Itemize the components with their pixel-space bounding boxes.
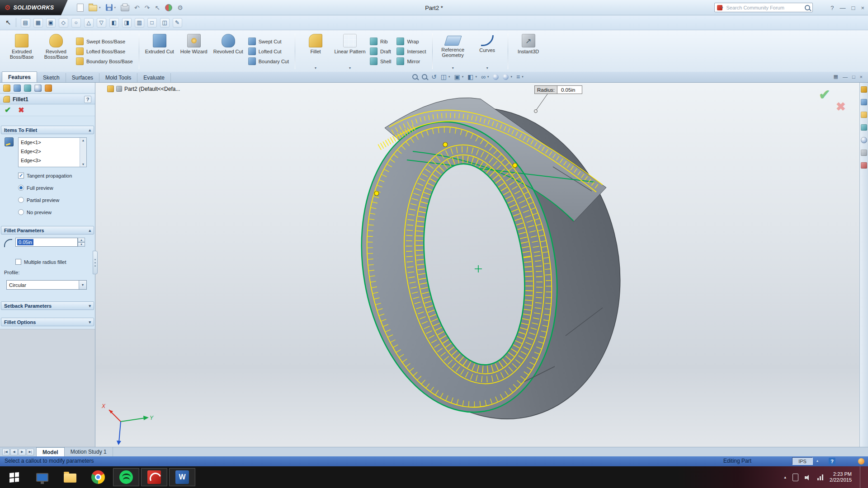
instant3d-button[interactable]: ↗ Instant3D xyxy=(512,32,545,71)
list-item[interactable]: Edge<2> xyxy=(19,147,86,156)
tab-model[interactable]: Model xyxy=(36,447,65,456)
view-tool-icon-8[interactable]: ◧ xyxy=(109,18,119,28)
list-item[interactable]: Edge<3> xyxy=(19,156,86,165)
taskbar-clock[interactable]: 2:23 PM 2/22/2015 xyxy=(830,471,852,483)
radio-icon[interactable] xyxy=(18,209,24,215)
maximize-icon[interactable]: □ xyxy=(852,5,855,11)
revolved-boss-base-button[interactable]: Revolved Boss/Base xyxy=(39,32,73,71)
scroll-up-icon[interactable]: ▲ xyxy=(82,139,85,142)
edge-list[interactable]: Edge<1> Edge<2> Edge<3> ▲ ▼ xyxy=(18,137,87,167)
redo-icon[interactable]: ↷ xyxy=(145,5,150,11)
scroll-down-icon[interactable]: ▼ xyxy=(82,163,85,166)
view-settings-dropdown-icon[interactable]: ▾ xyxy=(522,75,524,79)
tab-prev-icon[interactable]: ◀ xyxy=(10,449,18,455)
open-dropdown-icon[interactable]: ▾ xyxy=(99,6,101,9)
radius-input[interactable]: 0.05in xyxy=(15,238,78,247)
custom-properties-icon[interactable] xyxy=(861,150,867,156)
start-button[interactable] xyxy=(0,466,28,488)
cancel-button[interactable]: ✖ xyxy=(18,106,24,114)
feature-manager-tab-icon[interactable] xyxy=(3,84,10,92)
view-tool-icon-2[interactable]: ▦ xyxy=(33,18,43,28)
checkbox-checked-icon[interactable]: ✓ xyxy=(18,173,24,178)
section-view-icon[interactable]: ◫ xyxy=(441,73,447,80)
configuration-manager-tab-icon[interactable] xyxy=(24,84,31,92)
reference-geometry-button[interactable]: Reference Geometry ▾ xyxy=(436,32,470,71)
display-style-icon[interactable]: ◧ xyxy=(467,73,473,80)
tab-sketch[interactable]: Sketch xyxy=(37,73,66,82)
confirm-cancel-icon[interactable]: ✖ xyxy=(836,100,846,114)
dimxpert-manager-tab-icon[interactable] xyxy=(45,84,52,92)
open-icon[interactable] xyxy=(89,5,97,11)
expand-tree-icon[interactable] xyxy=(116,86,122,92)
units-dropdown-icon[interactable]: ▴ xyxy=(816,459,818,463)
volume-icon[interactable] xyxy=(805,474,811,480)
radius-value[interactable]: 0.05in xyxy=(17,239,33,245)
rib-button[interactable]: Rib xyxy=(370,38,391,45)
fillet-options-section-header[interactable]: Fillet Options ▾ xyxy=(1,318,94,326)
view-tool-icon-6[interactable]: △ xyxy=(84,18,94,28)
apply-scene-icon[interactable] xyxy=(503,74,509,80)
collapse-chevron-icon[interactable]: ▴ xyxy=(89,128,91,132)
view-tool-icon-4[interactable]: ◇ xyxy=(59,18,68,28)
view-tool-icon-5[interactable]: ○ xyxy=(71,18,81,28)
print-icon[interactable] xyxy=(121,5,129,11)
hide-show-dropdown-icon[interactable]: ▾ xyxy=(487,75,489,79)
forum-icon[interactable] xyxy=(861,162,867,169)
multiple-radius-checkbox[interactable]: Multiple radius fillet xyxy=(15,259,66,265)
dropdown-arrow-icon[interactable]: ▾ xyxy=(79,281,86,289)
revolved-cut-button[interactable]: Revolved Cut xyxy=(212,32,245,71)
measure-tool-icon[interactable]: ✎ xyxy=(173,18,182,28)
fillet-button[interactable]: Fillet ▾ xyxy=(299,32,332,71)
close-icon[interactable]: × xyxy=(861,5,864,11)
linear-pattern-dropdown-icon[interactable]: ▾ xyxy=(349,66,351,71)
radius-stepper[interactable]: ▲ ▼ xyxy=(78,238,85,247)
search-icon[interactable] xyxy=(805,5,810,10)
view-tool-icon-10[interactable]: ▥ xyxy=(135,18,144,28)
options-gear-icon[interactable]: ⚙ xyxy=(177,5,183,11)
extruded-boss-base-button[interactable]: Extruded Boss/Base xyxy=(5,32,38,71)
ok-button[interactable]: ✔ xyxy=(5,105,11,115)
file-explorer-icon[interactable] xyxy=(861,112,867,118)
curves-dropdown-icon[interactable]: ▾ xyxy=(486,66,488,71)
doc-restore-icon[interactable]: □ xyxy=(852,74,855,80)
boundary-cut-button[interactable]: Boundary Cut xyxy=(248,57,289,65)
view-orientation-icon[interactable]: ▣ xyxy=(454,73,460,80)
graphics-viewport[interactable]: Part2 (Default<<Defa... Radius: 0.05in ✔… xyxy=(95,83,859,447)
hide-show-items-icon[interactable]: ∞ xyxy=(481,73,486,80)
help-icon[interactable]: ? xyxy=(84,96,91,103)
tile-windows-icon[interactable]: ▦ xyxy=(834,74,838,80)
profile-dropdown[interactable]: Circular ▾ xyxy=(6,280,87,290)
tab-features[interactable]: Features xyxy=(2,71,37,82)
callout-value[interactable]: 0.05in xyxy=(557,85,582,94)
view-tool-icon-9[interactable]: ◨ xyxy=(122,18,132,28)
lofted-cut-button[interactable]: Lofted Cut xyxy=(248,47,289,55)
display-manager-tab-icon[interactable] xyxy=(34,84,42,92)
checkbox-icon[interactable] xyxy=(15,259,21,265)
design-library-icon[interactable] xyxy=(861,99,867,105)
list-item[interactable]: Edge<1> xyxy=(19,138,86,147)
extruded-cut-button[interactable]: Extruded Cut xyxy=(143,32,176,71)
save-dropdown-icon[interactable]: ▾ xyxy=(114,6,116,9)
search-input[interactable] xyxy=(726,5,802,11)
edit-appearance-icon[interactable] xyxy=(493,74,499,80)
quick-tips-help-icon[interactable]: ? xyxy=(829,458,835,465)
reference-geometry-dropdown-icon[interactable]: ▾ xyxy=(452,66,454,71)
tab-motion-study[interactable]: Motion Study 1 xyxy=(65,447,113,456)
radio-icon[interactable] xyxy=(18,197,24,203)
feature-tree-root-label[interactable]: Part2 (Default<<Defa... xyxy=(124,86,180,92)
tangent-propagation-checkbox[interactable]: ✓ Tangent propagation xyxy=(18,173,72,178)
save-icon[interactable] xyxy=(106,4,113,11)
display-style-dropdown-icon[interactable]: ▾ xyxy=(475,75,477,79)
items-to-fillet-section-header[interactable]: Items To Fillet ▴ xyxy=(1,126,94,134)
appearances-icon[interactable] xyxy=(861,137,867,143)
part-model[interactable] xyxy=(95,83,859,447)
shell-button[interactable]: Shell xyxy=(370,57,391,65)
tab-last-icon[interactable]: ▶| xyxy=(27,449,34,455)
collapse-chevron-icon[interactable]: ▴ xyxy=(89,228,91,233)
expand-chevron-icon[interactable]: ▾ xyxy=(89,320,91,324)
boundary-boss-base-button[interactable]: Boundary Boss/Base xyxy=(76,57,133,65)
search-box[interactable]: ▾ xyxy=(714,3,813,12)
tab-evaluate[interactable]: Evaluate xyxy=(137,73,171,82)
swept-cut-button[interactable]: Swept Cut xyxy=(248,38,289,45)
wrap-button[interactable]: Wrap xyxy=(396,38,426,45)
